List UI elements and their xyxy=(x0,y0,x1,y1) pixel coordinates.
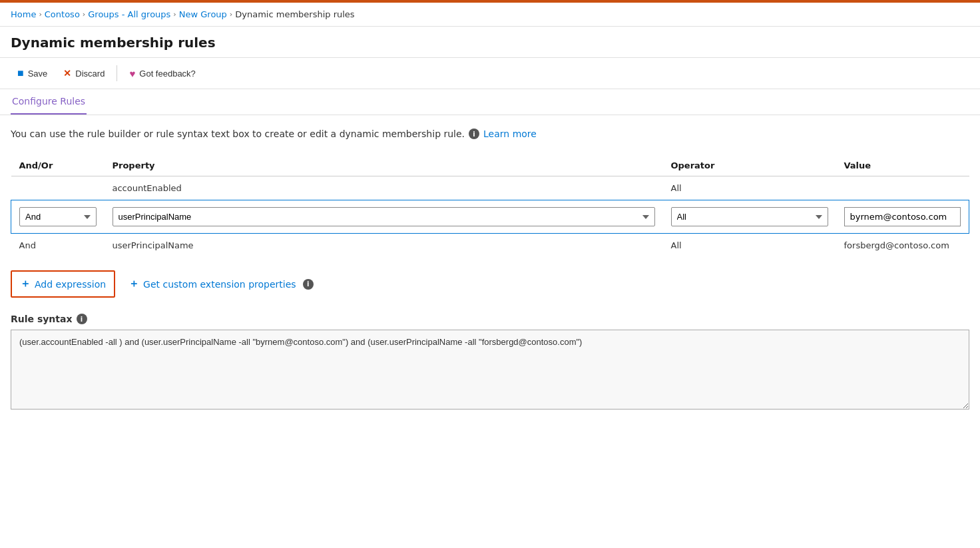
breadcrumb-contoso[interactable]: Contoso xyxy=(45,9,80,19)
info-description: You can use the rule builder or rule syn… xyxy=(11,129,465,139)
table-row: accountEnabled All xyxy=(11,176,969,200)
breadcrumb-sep-1: › xyxy=(39,10,41,19)
save-button[interactable]: ■ Save xyxy=(11,63,54,83)
row3-property: userPrincipalName xyxy=(105,234,663,258)
save-label: Save xyxy=(28,69,48,79)
col-header-value: Value xyxy=(836,155,969,176)
row3-value: forsbergd@contoso.com xyxy=(836,234,969,258)
rule-syntax-section: Rule syntax i xyxy=(11,314,969,411)
breadcrumb: Home › Contoso › Groups - All groups › N… xyxy=(0,3,980,27)
rule-table: And/Or Property Operator Value accountEn… xyxy=(11,155,969,257)
row2-property-select[interactable]: userPrincipalName accountEnabled city de… xyxy=(113,207,655,226)
breadcrumb-sep-4: › xyxy=(230,10,232,19)
rule-syntax-info-icon[interactable]: i xyxy=(77,314,87,324)
get-custom-button[interactable]: ＋ Get custom extension properties i xyxy=(126,272,316,296)
discard-icon: ✕ xyxy=(63,68,71,79)
toolbar: ■ Save ✕ Discard ♥ Got feedback? xyxy=(0,58,980,89)
row2-operator-select[interactable]: All -eq -ne -startsWith -contains xyxy=(671,207,828,226)
info-section: You can use the rule builder or rule syn… xyxy=(11,129,969,139)
row1-value xyxy=(836,176,969,200)
row2-value-cell xyxy=(836,200,969,234)
learn-more-link[interactable]: Learn more xyxy=(483,129,537,139)
row2-andor-cell: And Or xyxy=(11,200,105,234)
row1-property: accountEnabled xyxy=(105,176,663,200)
feedback-button[interactable]: ♥ Got feedback? xyxy=(122,64,202,83)
info-icon[interactable]: i xyxy=(469,129,479,139)
tabs-container: Configure Rules xyxy=(0,89,980,115)
table-row: And userPrincipalName All forsbergd@cont… xyxy=(11,234,969,258)
feedback-label: Got feedback? xyxy=(139,69,196,79)
page-title: Dynamic membership rules xyxy=(11,35,969,51)
row2-andor-select[interactable]: And Or xyxy=(19,207,97,226)
rule-syntax-textarea[interactable] xyxy=(11,330,969,410)
col-header-property: Property xyxy=(105,155,663,176)
toolbar-divider xyxy=(117,65,117,81)
row1-operator: All xyxy=(663,176,836,200)
rule-syntax-header: Rule syntax i xyxy=(11,314,969,324)
save-icon: ■ xyxy=(17,67,24,79)
breadcrumb-groups[interactable]: Groups - All groups xyxy=(88,9,170,19)
col-header-operator: Operator xyxy=(663,155,836,176)
row2-operator-cell: All -eq -ne -startsWith -contains xyxy=(663,200,836,234)
breadcrumb-sep-2: › xyxy=(83,10,85,19)
add-expression-label: Add expression xyxy=(35,279,106,290)
add-expression-button[interactable]: ＋ Add expression xyxy=(11,270,115,298)
rule-syntax-title: Rule syntax xyxy=(11,314,73,324)
row1-andor xyxy=(11,176,105,200)
table-row: And Or userPrincipalName accountEnabled … xyxy=(11,200,969,234)
row2-property-cell: userPrincipalName accountEnabled city de… xyxy=(105,200,663,234)
breadcrumb-new-group[interactable]: New Group xyxy=(179,9,227,19)
breadcrumb-home[interactable]: Home xyxy=(11,9,36,19)
row2-value-input[interactable] xyxy=(844,207,961,226)
row3-operator: All xyxy=(663,234,836,258)
get-custom-info-icon[interactable]: i xyxy=(303,279,314,290)
add-expression-icon: ＋ xyxy=(20,277,31,291)
discard-button[interactable]: ✕ Discard xyxy=(57,64,111,83)
row3-andor: And xyxy=(11,234,105,258)
page-header: Dynamic membership rules xyxy=(0,27,980,58)
col-header-andor: And/Or xyxy=(11,155,105,176)
get-custom-label: Get custom extension properties xyxy=(143,279,296,290)
feedback-icon: ♥ xyxy=(129,68,135,79)
actions-row: ＋ Add expression ＋ Get custom extension … xyxy=(11,270,969,298)
get-custom-icon: ＋ xyxy=(128,277,139,291)
discard-label: Discard xyxy=(75,69,105,79)
breadcrumb-sep-3: › xyxy=(173,10,176,19)
tab-configure-rules[interactable]: Configure Rules xyxy=(11,89,87,115)
breadcrumb-current: Dynamic membership rules xyxy=(235,9,354,19)
content: You can use the rule builder or rule syn… xyxy=(0,115,980,425)
